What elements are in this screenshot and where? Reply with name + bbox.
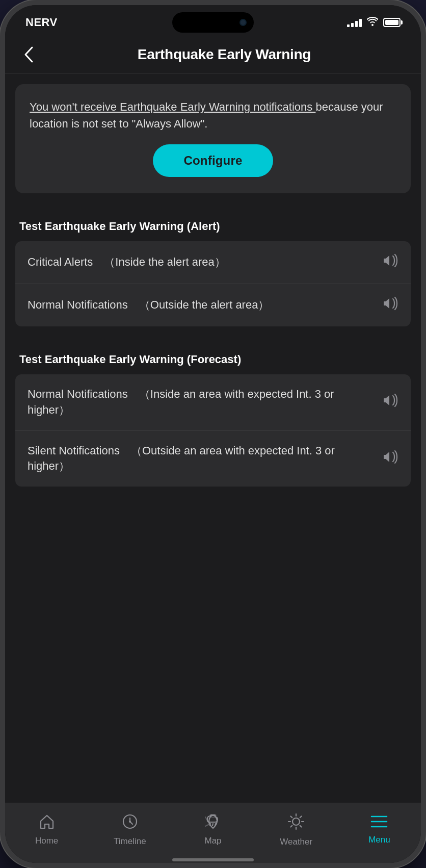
normal-notifications-alert-label: Normal Notifications （Outside the alert … [28, 297, 383, 313]
signal-icon [347, 18, 362, 27]
forecast-section-header: Test Earthquake Early Warning (Forecast) [15, 341, 411, 374]
dynamic-island [172, 12, 254, 33]
list-item[interactable]: Normal Notifications （Inside an area wit… [15, 374, 411, 431]
content-area: You won't receive Earthquake Early Warni… [5, 74, 421, 803]
timeline-icon [122, 813, 138, 832]
signal-bar-2 [351, 23, 354, 27]
phone-screen: NERV [5, 5, 421, 863]
menu-icon [370, 815, 388, 831]
tab-timeline-label: Timeline [114, 836, 146, 847]
tab-bar: Home Timeline [5, 803, 421, 859]
home-icon [39, 814, 55, 832]
svg-line-3 [210, 824, 210, 826]
signal-bar-4 [359, 19, 362, 27]
wifi-icon [367, 17, 378, 29]
svg-line-14 [291, 826, 292, 827]
svg-line-13 [300, 816, 302, 818]
weather-icon [287, 813, 305, 833]
front-camera [239, 19, 247, 26]
tab-weather-label: Weather [280, 837, 312, 847]
page-title: Earthquake Early Warning [42, 46, 407, 63]
battery-body [383, 18, 401, 27]
carrier-label: NERV [25, 16, 58, 29]
phone-frame: NERV [0, 0, 426, 868]
tab-map[interactable]: Map [171, 814, 254, 846]
list-item[interactable]: Critical Alerts （Inside the alert area） [15, 241, 411, 284]
silent-notifications-label: Silent Notifications （Outside an area wi… [28, 443, 383, 475]
speaker-icon [383, 296, 398, 314]
battery-icon [383, 18, 401, 27]
volume-down-button[interactable] [0, 260, 1, 311]
map-icon [204, 814, 222, 832]
warning-card: You won't receive Earthquake Early Warni… [15, 84, 411, 193]
speaker-icon [383, 393, 398, 411]
alert-section-header: Test Earthquake Early Warning (Alert) [15, 208, 411, 241]
svg-line-12 [300, 826, 302, 827]
list-item[interactable]: Normal Notifications （Outside the alert … [15, 284, 411, 326]
normal-notifications-forecast-label: Normal Notifications （Inside an area wit… [28, 387, 383, 418]
svg-line-5 [215, 824, 216, 826]
status-bar: NERV [5, 5, 421, 36]
tab-menu[interactable]: Menu [338, 815, 421, 845]
svg-point-1 [129, 821, 131, 823]
header: Earthquake Early Warning [5, 36, 421, 74]
critical-alerts-label: Critical Alerts （Inside the alert area） [28, 254, 383, 270]
tab-timeline[interactable]: Timeline [88, 813, 171, 847]
volume-up-button[interactable] [0, 199, 1, 250]
back-button[interactable] [19, 44, 38, 65]
home-indicator-bar [172, 858, 254, 861]
battery-fill [385, 20, 398, 25]
tab-menu-label: Menu [368, 835, 390, 845]
svg-line-4 [212, 824, 213, 826]
tab-weather[interactable]: Weather [255, 813, 338, 847]
configure-button[interactable]: Configure [153, 144, 273, 177]
signal-bar-1 [347, 24, 350, 27]
status-icons [347, 17, 401, 29]
speaker-icon [383, 450, 398, 468]
forecast-list: Normal Notifications （Inside an area wit… [15, 374, 411, 487]
tab-home[interactable]: Home [5, 814, 88, 846]
svg-line-11 [291, 816, 292, 818]
warning-underlined: You won't receive Earthquake Early Warni… [30, 100, 315, 113]
speaker-icon [383, 253, 398, 271]
svg-point-6 [292, 818, 300, 825]
alert-list: Critical Alerts （Inside the alert area） … [15, 241, 411, 326]
tab-map-label: Map [204, 836, 221, 846]
tab-home-label: Home [35, 836, 58, 846]
list-item[interactable]: Silent Notifications （Outside an area wi… [15, 431, 411, 487]
warning-message: You won't receive Earthquake Early Warni… [30, 98, 396, 132]
home-indicator [5, 859, 421, 863]
signal-bar-3 [355, 21, 358, 27]
